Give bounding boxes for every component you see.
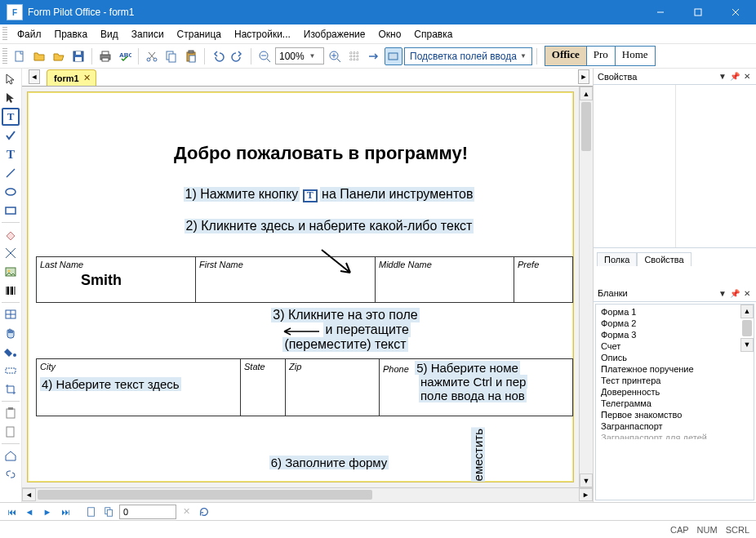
blank-item[interactable]: Первое знакомство (596, 409, 740, 420)
text-tool[interactable]: T (2, 145, 20, 163)
nav-refresh-button[interactable] (196, 505, 212, 519)
rect-tool[interactable] (2, 202, 20, 220)
scroll-up-icon[interactable]: ▲ (580, 87, 593, 100)
properties-panel-header[interactable]: Свойства ▼ 📌 ✕ (594, 69, 756, 85)
blank-item[interactable]: Доверенность (596, 386, 740, 398)
zip-cell[interactable]: Zip (286, 359, 380, 416)
redo-button[interactable] (229, 47, 247, 65)
blank-item[interactable]: Платежное поручение (596, 363, 740, 375)
cut-button[interactable] (143, 47, 161, 65)
close-button[interactable] (717, 0, 754, 24)
middlename-cell[interactable]: Middle Name (376, 257, 514, 302)
menu-settings[interactable]: Настройки... (228, 27, 297, 42)
field-highlight-button[interactable] (385, 47, 402, 65)
blank-item[interactable]: Тест принтера (596, 375, 740, 386)
menu-page[interactable]: Страница (171, 27, 228, 42)
panel-menu-icon[interactable]: ▼ (718, 72, 727, 82)
crossout-tool[interactable] (2, 244, 20, 262)
eraser-tool[interactable] (2, 225, 20, 243)
blank-item[interactable]: Форма 2 (596, 318, 740, 329)
tab-scroll-right[interactable]: ► (578, 69, 589, 84)
tab-properties[interactable]: Свойства (637, 252, 691, 266)
lastname-cell[interactable]: Last Name Smith (37, 257, 196, 302)
vertical-scrollbar[interactable]: ▲ ▼ (579, 87, 593, 487)
menu-records[interactable]: Записи (125, 27, 171, 42)
scroll-thumb[interactable] (742, 320, 752, 336)
link-tool[interactable] (2, 465, 20, 483)
paste-button[interactable] (182, 47, 200, 65)
blanks-panel-header[interactable]: Бланки ▼ 📌 ✕ (594, 286, 756, 302)
maximize-button[interactable] (679, 0, 717, 24)
grid-button[interactable] (345, 47, 363, 65)
arrow-tool-button[interactable] (365, 47, 383, 65)
scroll-thumb[interactable] (38, 490, 372, 500)
form-page[interactable]: Добро пожаловать в программу! 1) Нажмите… (27, 91, 574, 482)
save-button[interactable] (69, 47, 87, 65)
scroll-left-icon[interactable]: ◄ (22, 488, 36, 501)
nav-copy-page-button[interactable] (101, 505, 118, 519)
spellcheck-button[interactable]: ABC (116, 47, 134, 65)
tab-form1[interactable]: form1 ✕ (47, 69, 96, 86)
scroll-thumb[interactable] (581, 102, 591, 151)
horizontal-scrollbar[interactable]: ◄ ► (22, 487, 593, 502)
open-button[interactable] (30, 47, 48, 65)
image-tool[interactable] (2, 263, 20, 281)
pointer-tool[interactable] (2, 70, 20, 88)
new-button[interactable] (11, 47, 29, 65)
zoom-out-button[interactable] (256, 47, 273, 65)
direct-select-tool[interactable] (2, 89, 20, 107)
menu-help[interactable]: Справка (407, 27, 459, 42)
menu-window[interactable]: Окно (371, 27, 407, 42)
checkmark-tool[interactable] (2, 127, 20, 145)
zoom-combo[interactable]: 100%▼ (275, 47, 324, 64)
highlight-inputs-button[interactable]: Подсветка полей ввода▼ (404, 47, 532, 65)
menu-file[interactable]: Файл (11, 27, 48, 42)
pin-icon[interactable]: 📌 (730, 72, 740, 82)
blank-item[interactable]: Загранпаспорт (596, 420, 740, 432)
scroll-down-icon[interactable]: ▼ (580, 474, 593, 487)
scroll-right-icon[interactable]: ► (579, 488, 593, 501)
page-tool[interactable] (2, 423, 20, 441)
cell-tool[interactable] (2, 362, 20, 380)
nav-first-button[interactable]: ⏮ (3, 505, 20, 519)
fill-tool[interactable] (2, 343, 20, 361)
phone-cell[interactable]: Phone 5) Наберите номе нажмите Ctrl и пе… (380, 359, 572, 416)
scroll-up-icon[interactable]: ▲ (740, 305, 754, 318)
tab-close-icon[interactable]: ✕ (83, 73, 91, 83)
nav-prev-button[interactable]: ◄ (21, 505, 38, 519)
blank-item[interactable]: Загранпаспорт для детей (596, 432, 740, 439)
blanks-scrollbar[interactable]: ▲ ▼ (740, 305, 754, 500)
panel-menu-icon[interactable]: ▼ (718, 288, 727, 298)
table-tool[interactable] (2, 305, 20, 323)
blank-item[interactable]: Опись (596, 352, 740, 363)
clipboard-tool[interactable] (2, 404, 20, 422)
pin-icon[interactable]: 📌 (730, 288, 740, 298)
blank-item[interactable]: Форма 1 (596, 306, 740, 318)
nav-delete-button[interactable]: ✕ (178, 505, 194, 519)
panel-close-icon[interactable]: ✕ (742, 72, 752, 82)
hand-tool[interactable] (2, 324, 20, 342)
menu-edit[interactable]: Правка (48, 27, 95, 42)
mode-pro-button[interactable]: Pro (587, 47, 616, 65)
nav-new-page-button[interactable] (83, 505, 100, 519)
city-cell[interactable]: City 4) Наберите текст здесь (37, 359, 241, 416)
prefix-cell[interactable]: Prefe (514, 257, 572, 302)
blank-item[interactable]: Счет (596, 340, 740, 352)
page-number-input[interactable] (119, 505, 176, 519)
scroll-down-icon[interactable]: ▼ (740, 338, 754, 352)
mode-office-button[interactable]: Office (545, 47, 587, 65)
line-tool[interactable] (2, 164, 20, 182)
tab-scroll-left[interactable]: ◄ (29, 69, 40, 84)
ellipse-tool[interactable] (2, 183, 20, 201)
state-cell[interactable]: State (241, 359, 286, 416)
nav-next-button[interactable]: ► (39, 505, 56, 519)
undo-button[interactable] (209, 47, 227, 65)
blank-item[interactable]: Форма 3 (596, 329, 740, 340)
nav-last-button[interactable]: ⏭ (57, 505, 73, 519)
tab-shelf[interactable]: Полка (597, 252, 637, 266)
print-button[interactable] (96, 47, 114, 65)
panel-close-icon[interactable]: ✕ (742, 288, 752, 298)
properties-grid[interactable] (594, 85, 756, 248)
blank-item[interactable]: Телеграмма (596, 398, 740, 409)
menu-view[interactable]: Вид (94, 27, 125, 42)
